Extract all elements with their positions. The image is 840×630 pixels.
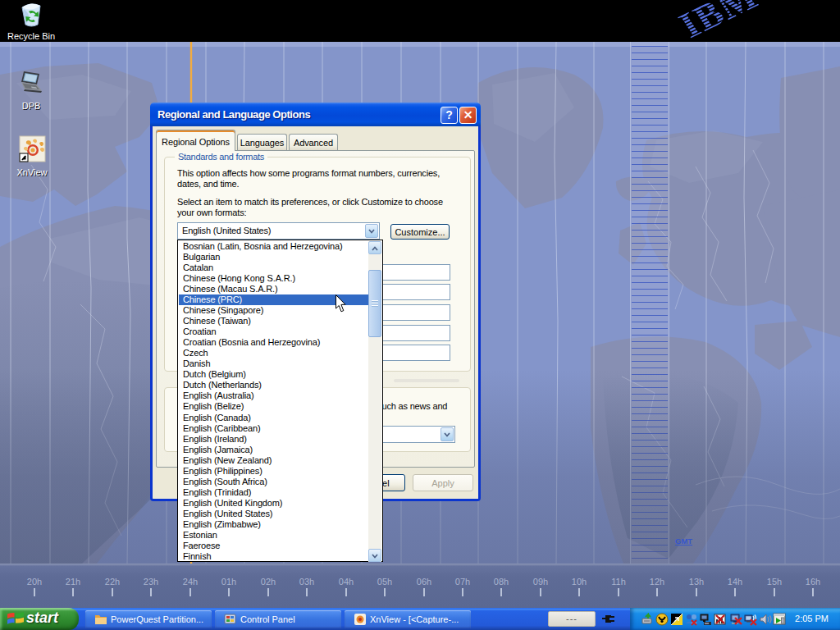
svg-text:GMT: GMT [675, 536, 692, 546]
